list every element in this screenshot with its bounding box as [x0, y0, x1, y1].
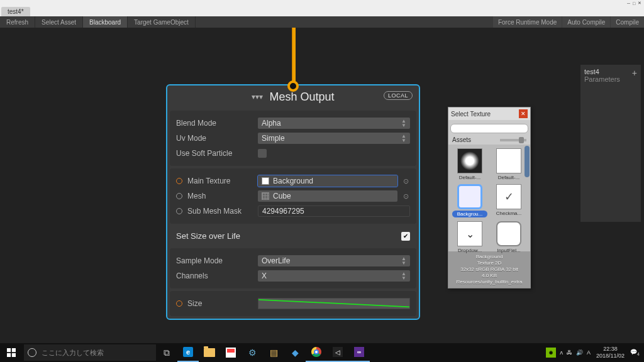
main-texture-field[interactable]: Background — [258, 175, 397, 187]
uv-mode-select[interactable]: Simple▲▼ — [258, 133, 410, 144]
toolbar-blackboard[interactable]: Blackboard — [83, 16, 128, 28]
mesh-output-node[interactable]: ▾▾▾ Mesh Output LOCAL Blend Mode Alpha▲▼… — [166, 84, 420, 320]
texture-thumb-icon — [457, 148, 482, 173]
texture-thumb-label: Default-... — [491, 175, 526, 180]
window-chrome: ─ □ ✕ — [0, 0, 644, 6]
taskbar-control[interactable]: ⚙ — [242, 343, 263, 362]
document-tab[interactable]: test4* — [1, 7, 30, 16]
system-tray[interactable]: ◉ ʌ 🖧 🔊 A 22:38 2018/11/02 💬4 — [541, 346, 644, 359]
section-set-size[interactable]: Set Size over Life ✔ — [170, 226, 416, 246]
node-local-badge[interactable]: LOCAL — [384, 91, 413, 100]
texture-thumb-icon — [496, 221, 521, 246]
texture-thumb-label: Backgrou... — [452, 211, 487, 217]
picker-zoom-slider[interactable] — [500, 139, 526, 141]
sample-mode-select[interactable]: OverLife▲▼ — [258, 255, 410, 266]
picker-item[interactable]: InputFiel... — [491, 221, 526, 253]
input-port[interactable] — [287, 80, 299, 92]
toolbar-auto-compile[interactable]: Auto Compile — [562, 16, 610, 28]
toolbar-target-gameobject[interactable]: Target GameObject — [128, 16, 196, 28]
blackboard-panel[interactable]: test4 Parameters + — [580, 65, 641, 222]
picker-item[interactable]: ✓ Checkma... — [491, 184, 526, 217]
mesh-field[interactable]: Cube — [258, 190, 397, 202]
tray-ime-icon[interactable]: A — [587, 349, 591, 356]
window-min[interactable]: ─ — [627, 1, 630, 6]
svg-line-0 — [258, 300, 409, 307]
texture-thumb-label: Checkma... — [491, 211, 526, 216]
blackboard-add-button[interactable]: + — [632, 68, 637, 83]
main-texture-port[interactable] — [176, 178, 182, 184]
window-close[interactable]: ✕ — [638, 1, 641, 6]
tab-strip: test4* — [0, 6, 644, 16]
texture-picker-window[interactable]: Select Texture ✕ Assets Default-... Defa… — [448, 107, 531, 288]
blend-mode-select[interactable]: Alpha▲▼ — [258, 118, 410, 129]
mesh-port[interactable] — [176, 193, 182, 199]
tray-clock[interactable]: 22:38 2018/11/02 — [596, 346, 625, 359]
toolbar: Refresh Select Asset Blackboard Target G… — [0, 16, 644, 28]
uv-mode-label: Uv Mode — [176, 134, 258, 143]
node-title: Mesh Output — [269, 90, 334, 104]
picker-item[interactable]: Backgrou... — [452, 184, 487, 217]
picker-close-button[interactable]: ✕ — [519, 109, 528, 118]
picker-tab-assets[interactable]: Assets — [452, 136, 471, 143]
taskbar-visualstudio[interactable]: ∞ — [348, 343, 370, 362]
section-enable-checkbox[interactable]: ✔ — [401, 232, 410, 241]
picker-item[interactable]: ⌄ Dropdow... — [452, 221, 487, 253]
taskbar-explorer[interactable] — [199, 343, 220, 362]
tray-up-icon[interactable]: ʌ — [560, 349, 563, 356]
picker-item[interactable]: Default-... — [452, 148, 487, 180]
blackboard-subtitle: Parameters — [584, 75, 620, 83]
blackboard-title: test4 — [584, 68, 620, 75]
texture-thumb-icon — [496, 148, 521, 173]
start-button[interactable] — [0, 343, 23, 362]
texture-thumb-label: Dropdow... — [452, 248, 487, 253]
taskbar-app2[interactable]: ◆ — [284, 343, 306, 362]
svg-rect-4 — [12, 353, 16, 357]
tray-network-icon[interactable]: 🖧 — [567, 349, 572, 356]
graph-canvas[interactable]: ▾▾▾ Mesh Output LOCAL Blend Mode Alpha▲▼… — [0, 28, 644, 343]
submesh-label: Sub Mesh Mask — [176, 207, 258, 216]
soft-particle-checkbox[interactable] — [258, 149, 267, 158]
taskbar-edge[interactable]: e — [177, 343, 199, 362]
picker-scrollbar[interactable] — [525, 146, 530, 177]
texture-thumb-label: InputFiel... — [491, 248, 526, 253]
picker-item[interactable]: Default-... — [491, 148, 526, 180]
size-port[interactable] — [176, 300, 182, 307]
taskbar-chrome[interactable] — [306, 343, 327, 362]
task-view-icon[interactable]: ⧉ — [156, 343, 177, 362]
texture-thumb-label: Default-... — [452, 175, 487, 180]
size-label: Size — [176, 299, 258, 308]
tray-notifications-icon[interactable]: 💬4 — [630, 349, 640, 356]
texture-thumb-icon — [457, 184, 482, 209]
toolbar-select-asset[interactable]: Select Asset — [35, 16, 83, 28]
main-texture-picker-icon[interactable]: ⊙ — [401, 177, 410, 185]
mesh-label: Mesh — [176, 192, 258, 200]
size-curve-field[interactable] — [258, 298, 410, 309]
section-title: Set Size over Life — [176, 231, 240, 241]
node-block-top: Blend Mode Alpha▲▼ Uv Mode Simple▲▼ Use … — [170, 111, 416, 166]
texture-thumb-icon: ⌄ — [457, 221, 482, 246]
taskbar-unity[interactable]: ◁ — [327, 343, 348, 362]
connection-wire — [292, 28, 296, 86]
taskbar-search[interactable]: ここに入力して検索 — [24, 344, 156, 361]
toolbar-refresh[interactable]: Refresh — [0, 16, 35, 28]
picker-search-input[interactable] — [450, 124, 528, 133]
soft-particle-label: Use Soft Particle — [176, 149, 258, 158]
taskbar-app1[interactable]: ▤ — [263, 343, 284, 362]
node-icon: ▾▾▾ — [252, 92, 263, 101]
submesh-field[interactable]: 4294967295 — [258, 206, 410, 217]
tray-nvidia-icon[interactable]: ◉ — [546, 348, 556, 358]
toolbar-compile[interactable]: Compile — [611, 16, 644, 28]
mesh-picker-icon[interactable]: ⊙ — [401, 192, 410, 200]
channels-select[interactable]: X▲▼ — [258, 270, 410, 282]
picker-footer: Background Texture 2D 32x32 sRGB RGBA 32… — [448, 251, 530, 288]
picker-grid: Default-... Default-... Backgrou... ✓ Ch… — [448, 145, 530, 251]
toolbar-force-runtime[interactable]: Force Runtime Mode — [493, 16, 562, 28]
blend-mode-label: Blend Mode — [176, 119, 258, 128]
submesh-port[interactable] — [176, 208, 182, 214]
window-max[interactable]: □ — [633, 1, 635, 6]
taskbar-store[interactable] — [220, 343, 242, 362]
cortana-icon — [28, 348, 36, 357]
tray-volume-icon[interactable]: 🔊 — [576, 349, 583, 356]
picker-title: Select Texture — [451, 111, 491, 118]
texture-thumb-icon: ✓ — [496, 184, 521, 209]
